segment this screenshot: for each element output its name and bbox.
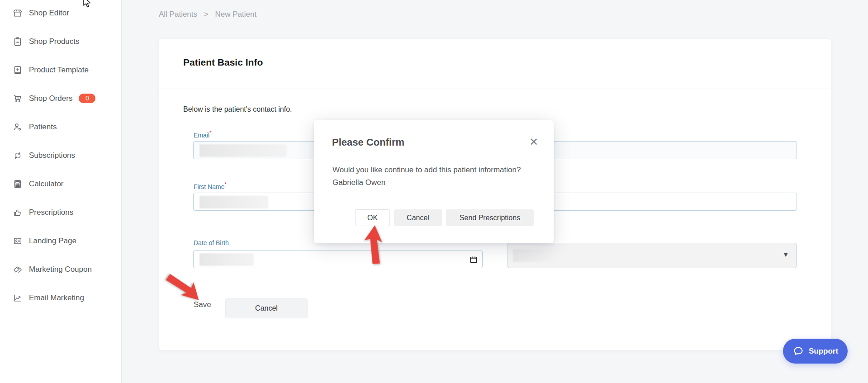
sidebar-item-label: Email Marketing [29,293,84,303]
annotation-arrow-save [174,267,194,308]
redacted-email-value [199,144,287,157]
sidebar-item-label: Patients [29,123,57,132]
ok-button[interactable]: OK [355,209,390,226]
required-asterisk: * [209,130,212,136]
chat-bubble-icon [792,345,804,357]
breadcrumb-all-patients[interactable]: All Patients [159,10,197,19]
thumbs-up-icon [12,207,23,218]
first-name-label: First Name* [194,181,227,190]
sidebar-item-label: Calculator [29,180,64,189]
annotation-arrow-ok [364,225,384,267]
close-icon[interactable]: ✕ [529,137,538,147]
tags-icon [12,264,23,275]
send-prescriptions-button[interactable]: Send Prescriptions [446,209,534,226]
calculator-icon [12,179,23,189]
dialog-title: Please Confirm [332,137,404,148]
app-root: Shop Editor Shop Products Product Templa… [0,0,868,383]
sidebar-item-label: Landing Page [29,236,76,246]
support-button[interactable]: Support [783,339,848,364]
chevron-down-icon: ▼ [783,251,789,258]
sidebar-item-prescriptions[interactable]: Prescriptions [0,198,121,227]
email-label: Email* [194,130,212,139]
sidebar-item-label: Shop Orders [29,94,72,103]
clipboard-icon [12,36,23,47]
card-header-divider [159,89,831,89]
sidebar-item-patients[interactable]: Patients [0,113,121,141]
page-title: Patient Basic Info [183,57,263,68]
sidebar-item-marketing-coupon[interactable]: Marketing Coupon [0,255,121,284]
required-asterisk: * [224,181,227,188]
dob-field[interactable] [193,250,483,268]
sidebar-item-product-template[interactable]: Product Template [0,56,121,84]
sidebar-item-email-marketing[interactable]: Email Marketing [0,284,121,312]
refresh-icon [12,150,23,161]
gender-dropdown[interactable]: ▼ [508,243,797,268]
dialog-cancel-button[interactable]: Cancel [394,209,442,226]
breadcrumb-new-patient: New Patient [215,10,256,19]
sidebar-item-label: Prescriptions [29,208,73,217]
sidebar-item-subscriptions[interactable]: Subscriptions [0,141,121,170]
redacted-dropdown-value [513,249,555,262]
sidebar-item-label: Shop Editor [29,9,69,18]
card-subtitle: Below is the patient's contact info. [183,105,292,113]
sidebar: Shop Editor Shop Products Product Templa… [0,0,122,383]
book-plus-icon [12,65,23,76]
sidebar-item-label: Marketing Coupon [29,265,92,274]
redacted-dob-value [199,253,254,266]
sidebar-item-label: Product Template [29,66,89,75]
dialog-message: Would you like continue to add this pati… [332,165,521,175]
redacted-first-name-value [199,196,268,208]
sidebar-item-label: Shop Products [29,37,80,46]
breadcrumb-separator: > [204,10,209,19]
line-chart-icon [12,293,23,303]
storefront-icon [12,8,23,19]
id-card-icon [12,236,23,246]
cancel-button[interactable]: Cancel [225,298,308,318]
sidebar-item-landing-page[interactable]: Landing Page [0,227,121,255]
sidebar-item-shop-orders[interactable]: Shop Orders 0 [0,84,121,113]
sidebar-item-shop-products[interactable]: Shop Products [0,27,121,56]
sidebar-item-shop-editor[interactable]: Shop Editor [0,0,121,27]
patient-tag-icon [12,122,23,132]
dialog-patient-name: Gabriella Owen [332,178,385,187]
dob-label: Date of Birth [194,239,229,246]
support-label: Support [809,347,838,356]
calendar-icon[interactable] [470,255,478,265]
cart-plus-icon [12,93,23,104]
orders-count-badge: 0 [79,94,95,103]
sidebar-item-calculator[interactable]: Calculator [0,170,121,198]
sidebar-item-label: Subscriptions [29,151,75,160]
mouse-cursor-icon [83,0,93,11]
confirm-dialog: Please Confirm ✕ Would you like continue… [314,120,554,243]
breadcrumb: All Patients > New Patient [159,10,261,19]
